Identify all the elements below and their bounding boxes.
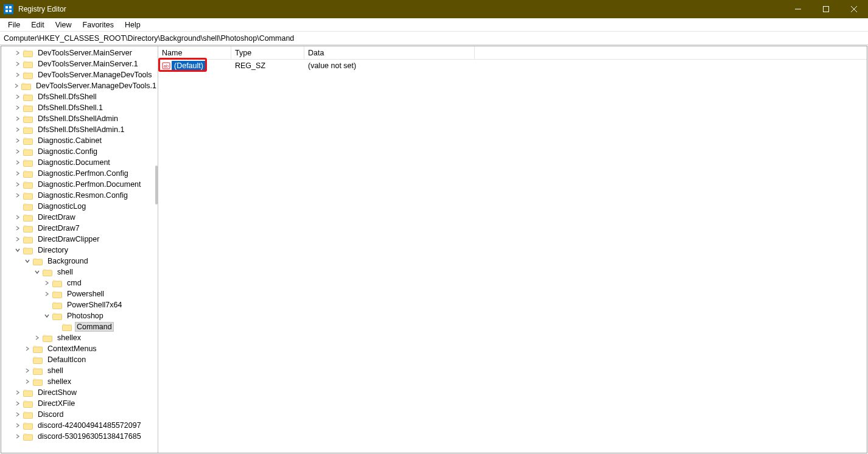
column-header-name[interactable]: Name bbox=[158, 46, 231, 59]
expand-icon[interactable] bbox=[33, 334, 41, 342]
tree-item[interactable]: Command bbox=[2, 321, 158, 332]
expand-icon[interactable] bbox=[13, 103, 22, 112]
tree-item-label: Discord bbox=[37, 410, 65, 419]
value-name-cell: ab(Default) bbox=[158, 60, 231, 72]
menu-favorites[interactable]: Favorites bbox=[77, 19, 119, 30]
tree-item[interactable]: DfsShell.DfsShell bbox=[2, 91, 158, 102]
tree-item[interactable]: Photoshop bbox=[2, 310, 158, 321]
expand-icon[interactable] bbox=[13, 169, 22, 178]
tree-item[interactable]: DirectShow bbox=[2, 387, 158, 398]
tree-item[interactable]: discord-530196305138417685 bbox=[2, 431, 158, 442]
menu-file[interactable]: File bbox=[2, 19, 26, 30]
tree-item[interactable]: Powershell bbox=[2, 288, 158, 299]
tree-item[interactable]: Diagnostic.Perfmon.Document bbox=[2, 179, 158, 190]
tree-item[interactable]: Diagnostic.Cabinet bbox=[2, 135, 158, 146]
expand-icon[interactable] bbox=[13, 388, 22, 397]
tree-item[interactable]: shell bbox=[2, 365, 158, 376]
column-header-type[interactable]: Type bbox=[231, 46, 304, 59]
tree-item[interactable]: DfsShell.DfsShellAdmin bbox=[2, 113, 158, 124]
tree-item[interactable]: DirectDrawClipper bbox=[2, 234, 158, 245]
values-pane: Name Type Data ab(Default)REG_SZ(value n… bbox=[158, 46, 867, 453]
tree-item[interactable]: discord-424004941485572097 bbox=[2, 420, 158, 431]
column-header-data[interactable]: Data bbox=[304, 46, 475, 59]
string-value-icon: ab bbox=[162, 61, 170, 70]
tree-item[interactable]: DfsShell.DfsShell.1 bbox=[2, 102, 158, 113]
expand-icon[interactable] bbox=[13, 49, 22, 57]
titlebar[interactable]: Registry Editor bbox=[0, 0, 868, 18]
svg-rect-39 bbox=[24, 391, 33, 397]
tree-item[interactable]: Diagnostic.Resmon.Config bbox=[2, 190, 158, 201]
tree-item[interactable]: DfsShell.DfsShellAdmin.1 bbox=[2, 124, 158, 135]
tree-item[interactable]: DirectDraw7 bbox=[2, 223, 158, 234]
menu-view[interactable]: View bbox=[50, 19, 77, 30]
close-button[interactable] bbox=[840, 0, 868, 18]
expand-icon[interactable] bbox=[23, 366, 32, 375]
collapse-icon[interactable] bbox=[13, 246, 22, 254]
values-list[interactable]: ab(Default)REG_SZ(value not set) bbox=[158, 60, 867, 453]
tree-item[interactable]: Diagnostic.Config bbox=[2, 146, 158, 157]
expand-icon[interactable] bbox=[13, 421, 22, 430]
expand-icon[interactable] bbox=[13, 180, 22, 189]
collapse-icon[interactable] bbox=[23, 257, 32, 265]
menu-edit[interactable]: Edit bbox=[26, 19, 50, 30]
menu-help[interactable]: Help bbox=[119, 19, 146, 30]
tree-item-label: discord-530196305138417685 bbox=[37, 432, 142, 441]
value-row[interactable]: ab(Default)REG_SZ(value not set) bbox=[158, 60, 867, 72]
expand-icon[interactable] bbox=[13, 114, 22, 123]
tree-item[interactable]: Diagnostic.Document bbox=[2, 157, 158, 168]
tree-item[interactable]: Diagnostic.Perfmon.Config bbox=[2, 168, 158, 179]
tree-item[interactable]: Discord bbox=[2, 409, 158, 420]
expand-icon[interactable] bbox=[13, 71, 22, 79]
svg-rect-37 bbox=[33, 369, 43, 375]
expand-icon[interactable] bbox=[13, 410, 22, 419]
tree-item[interactable]: DevToolsServer.ManageDevTools bbox=[2, 69, 158, 80]
folder-icon bbox=[43, 268, 52, 276]
collapse-icon[interactable] bbox=[43, 312, 51, 320]
tree-item-label: Directory bbox=[37, 246, 69, 254]
expand-icon[interactable] bbox=[13, 432, 22, 441]
expand-icon[interactable] bbox=[13, 213, 22, 222]
tree-item[interactable]: DevToolsServer.MainServer.1 bbox=[2, 58, 158, 69]
tree-item[interactable]: DevToolsServer.MainServer bbox=[2, 47, 158, 58]
tree-item[interactable]: DevToolsServer.ManageDevTools.1 bbox=[2, 80, 158, 91]
expand-icon[interactable] bbox=[13, 399, 22, 408]
tree-item[interactable]: Background bbox=[2, 256, 158, 267]
svg-rect-27 bbox=[33, 259, 43, 265]
expand-icon[interactable] bbox=[13, 125, 22, 134]
tree-item[interactable]: DirectDraw bbox=[2, 212, 158, 223]
expand-icon[interactable] bbox=[13, 136, 22, 145]
tree-scrollbar-thumb[interactable] bbox=[155, 166, 158, 204]
collapse-icon[interactable] bbox=[33, 268, 41, 276]
expand-icon[interactable] bbox=[23, 344, 32, 353]
tree-item[interactable]: Directory bbox=[2, 245, 158, 256]
tree-item[interactable]: shellex bbox=[2, 332, 158, 343]
tree-item[interactable]: cmd bbox=[2, 278, 158, 288]
expand-icon[interactable] bbox=[13, 158, 22, 167]
folder-icon bbox=[33, 257, 43, 265]
expand-icon[interactable] bbox=[13, 147, 22, 156]
expand-icon[interactable] bbox=[43, 279, 51, 287]
expand-icon[interactable] bbox=[13, 235, 22, 243]
minimize-button[interactable] bbox=[784, 0, 812, 18]
maximize-button[interactable] bbox=[812, 0, 840, 18]
expand-icon[interactable] bbox=[23, 377, 32, 386]
tree-item[interactable]: PowerShell7x64 bbox=[2, 299, 158, 310]
expand-icon[interactable] bbox=[13, 60, 22, 68]
svg-rect-34 bbox=[43, 336, 52, 342]
folder-icon bbox=[23, 235, 33, 243]
tree-item[interactable]: shell bbox=[2, 267, 158, 278]
tree-item[interactable]: DirectXFile bbox=[2, 398, 158, 409]
expand-icon[interactable] bbox=[43, 290, 51, 298]
expand-icon[interactable] bbox=[13, 191, 22, 200]
tree-item[interactable]: shellex bbox=[2, 376, 158, 387]
tree-item[interactable]: DefaultIcon bbox=[2, 354, 158, 365]
expand-icon[interactable] bbox=[12, 82, 20, 90]
tree-item[interactable]: DiagnosticLog bbox=[2, 201, 158, 212]
tree-item[interactable]: ContextMenus bbox=[2, 343, 158, 354]
expand-icon[interactable] bbox=[13, 224, 22, 232]
address-bar[interactable]: Computer\HKEY_CLASSES_ROOT\Directory\Bac… bbox=[0, 32, 868, 45]
svg-rect-26 bbox=[24, 248, 33, 254]
tree-item-label: ContextMenus bbox=[46, 344, 98, 353]
expand-icon[interactable] bbox=[13, 93, 22, 101]
tree-pane[interactable]: DevToolsServer.MainServerDevToolsServer.… bbox=[1, 46, 158, 453]
